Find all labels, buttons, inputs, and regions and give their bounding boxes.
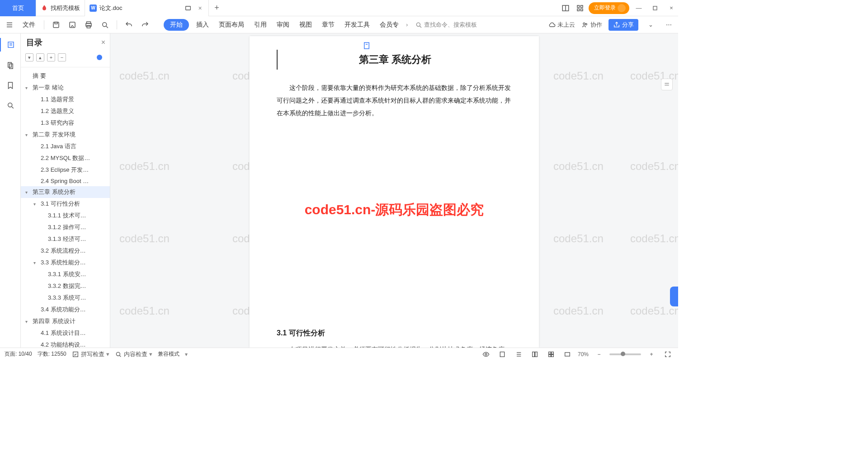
svg-point-22 [585, 24, 587, 25]
more-icon[interactable]: ⋯ [663, 19, 675, 31]
toc-item[interactable]: 4.1 系统设计目… [21, 327, 110, 339]
tab-popout-icon[interactable] [182, 2, 194, 14]
tab-document[interactable]: W 论文.doc × [85, 0, 209, 16]
tab-label: 找稻壳模板 [51, 4, 80, 12]
tab-add-button[interactable]: + [209, 3, 225, 13]
menu-reference[interactable]: 引用 [251, 19, 269, 30]
eye-icon[interactable] [480, 348, 492, 360]
rail-bookmark-icon[interactable] [5, 80, 16, 91]
toc-item[interactable]: 2.2 MYSQL 数据… [21, 152, 110, 164]
menu-member[interactable]: 会员专 [377, 19, 401, 30]
apps-icon[interactable] [574, 2, 586, 14]
share-button[interactable]: 分享 [609, 19, 638, 31]
menu-view[interactable]: 视图 [297, 19, 315, 30]
toc-item[interactable]: 3.4 系统功能分… [21, 304, 110, 315]
rail-search-icon[interactable] [5, 99, 16, 111]
toc-item[interactable]: ▾第四章 系统设计 [21, 315, 110, 327]
tab-close-icon[interactable]: × [197, 5, 204, 12]
menu-insert[interactable]: 插入 [193, 19, 212, 30]
window-close[interactable]: × [665, 1, 678, 15]
toc-item[interactable]: 3.3.2 数据完… [21, 280, 110, 292]
save-icon[interactable] [50, 19, 62, 31]
toc-item[interactable]: ▾3.1 可行性分析 [21, 198, 110, 210]
save-as-icon[interactable] [66, 19, 78, 31]
zoom-slider[interactable] [609, 353, 641, 355]
menu-review[interactable]: 审阅 [274, 19, 292, 30]
toc-item[interactable]: 4.2 功能结构设… [21, 339, 110, 348]
toc-item[interactable]: 2.3 Eclipse 开发… [21, 164, 110, 176]
status-spellcheck[interactable]: 拼写检查▾ [72, 350, 109, 358]
toc-item[interactable]: ▾第三章 系统分析 [21, 186, 110, 198]
zoom-fit-icon[interactable] [561, 348, 573, 360]
toc-item[interactable]: ▾第一章 绪论 [21, 82, 110, 94]
svg-point-36 [116, 352, 120, 356]
toc-item[interactable]: 1.3 研究内容 [21, 117, 110, 129]
tab-template[interactable]: 找稻壳模板 [36, 0, 85, 16]
status-page[interactable]: 页面: 10/40 [5, 350, 32, 358]
menu-devtools[interactable]: 开发工具 [342, 19, 373, 30]
view-web-icon[interactable] [529, 348, 541, 360]
toc-demote-icon[interactable]: − [58, 53, 66, 61]
fullscreen-icon[interactable] [662, 348, 674, 360]
toc-item[interactable]: 3.1.1 技术可… [21, 210, 110, 221]
window-minimize[interactable]: — [632, 1, 646, 15]
status-words[interactable]: 字数: 12550 [38, 350, 66, 358]
preview-icon[interactable] [99, 19, 111, 31]
rail-outline[interactable] [0, 38, 20, 52]
toc-chat-icon[interactable] [94, 52, 105, 63]
toc-collapse-all-icon[interactable]: ▾ [25, 53, 33, 61]
settings-icon[interactable] [545, 348, 557, 360]
toc-item[interactable]: 3.1.2 操作可… [21, 221, 110, 233]
status-compat[interactable]: 兼容模式 [158, 350, 179, 358]
svg-point-30 [97, 55, 102, 60]
toc-item[interactable]: 3.3.3 系统可… [21, 292, 110, 304]
toc-item[interactable]: 1.2 选题意义 [21, 105, 110, 117]
undo-icon[interactable] [123, 19, 135, 31]
toc-close-icon[interactable]: × [101, 38, 105, 47]
toc-item-label: 4.2 功能结构设… [41, 341, 86, 348]
menu-file[interactable]: 文件 [20, 19, 38, 30]
toc-item-label: 3.1.2 操作可… [48, 223, 86, 231]
toc-item[interactable]: 3.1.3 经济可… [21, 233, 110, 245]
toc-item[interactable]: 2.1 Java 语言 [21, 141, 110, 152]
right-drawer-handle[interactable] [670, 287, 678, 306]
zoom-label[interactable]: 70% [578, 351, 589, 358]
menu-start[interactable]: 开始 [164, 19, 189, 31]
toc-item[interactable]: 3.2 系统流程分… [21, 245, 110, 257]
toc-item[interactable]: 2.4 Spring Boot … [21, 176, 110, 186]
toc-list[interactable]: 摘 要▾第一章 绪论1.1 选题背景1.2 选题意义1.3 研究内容▾第二章 开… [21, 67, 110, 348]
view-page-icon[interactable] [496, 348, 508, 360]
document-area[interactable]: 第三章 系统分析 这个阶段，需要依靠大量的资料作为研究本系统的基础数据，除了分析… [110, 33, 678, 348]
chevron-down-icon[interactable]: ⌄ [645, 19, 656, 31]
toc-item[interactable]: 1.1 选题背景 [21, 94, 110, 105]
tab-home[interactable]: 首页 [0, 0, 36, 16]
zoom-in-icon[interactable]: + [646, 348, 657, 360]
toc-item-label: 3.1.1 技术可… [48, 212, 86, 220]
toc-item[interactable]: 3.3.1 系统安… [21, 268, 110, 280]
ribbon-search[interactable]: 查找命令、搜索模板 [415, 21, 477, 29]
login-button[interactable]: 立即登录 [589, 2, 629, 14]
menu-chapter[interactable]: 章节 [319, 19, 337, 30]
toc-item[interactable]: ▾3.3 系统性能分… [21, 257, 110, 268]
svg-point-21 [583, 23, 585, 24]
doc-chapter-title: 第三章 系统分析 [277, 50, 512, 70]
print-icon[interactable] [83, 19, 94, 31]
page-tools-icon[interactable] [661, 79, 673, 90]
toc-expand-all-icon[interactable]: ▴ [36, 53, 44, 61]
zoom-out-icon[interactable]: − [593, 348, 605, 360]
rail-thumbnail-icon[interactable] [5, 60, 16, 71]
toc-item[interactable]: 摘 要 [21, 70, 110, 82]
layout-icon[interactable] [560, 2, 571, 14]
cloud-button[interactable]: 未上云 [548, 21, 575, 29]
window-maximize[interactable] [648, 1, 662, 15]
page-anchor-icon[interactable] [363, 42, 371, 51]
redo-icon[interactable] [139, 19, 151, 31]
status-contentcheck[interactable]: 内容检查▾ [115, 350, 152, 358]
menu-pagelayout[interactable]: 页面布局 [216, 19, 247, 30]
collab-button[interactable]: 协作 [581, 21, 602, 29]
view-outline-icon[interactable] [513, 348, 524, 360]
hamburger-icon[interactable] [4, 19, 15, 31]
toc-promote-icon[interactable]: + [47, 53, 55, 61]
toc-item-label: 2.1 Java 语言 [41, 142, 76, 151]
toc-item[interactable]: ▾第二章 开发环境 [21, 129, 110, 141]
